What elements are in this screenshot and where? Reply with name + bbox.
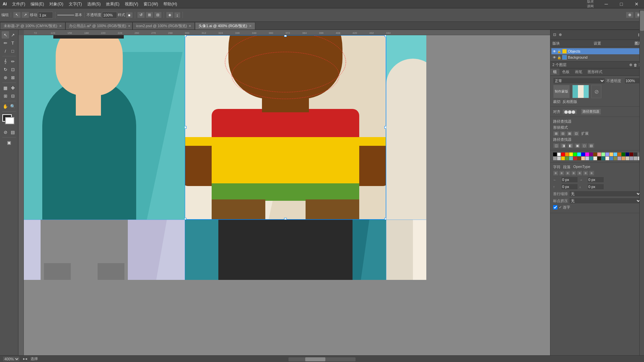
selection-tool[interactable]: ↖ xyxy=(2,31,9,39)
zoom-tool[interactable]: 🔍 xyxy=(9,103,16,110)
swatch-blue[interactable] xyxy=(581,153,585,156)
menu-window[interactable]: 窗口(W) xyxy=(141,1,161,7)
swatch-pink[interactable] xyxy=(597,153,601,156)
swatch-red[interactable] xyxy=(561,153,565,156)
make-mask-btn[interactable]: 制作蒙版 xyxy=(553,85,570,98)
menu-object[interactable]: 对象(O) xyxy=(47,1,66,7)
menu-text[interactable]: 文字(T) xyxy=(66,1,85,7)
expand-pathfinder-btn[interactable]: 扩展 xyxy=(580,131,590,136)
swatch-light-green[interactable] xyxy=(601,153,605,156)
style-btn[interactable]: ■ xyxy=(126,12,133,18)
align-text-center[interactable]: ≡ xyxy=(559,171,565,176)
tab-3[interactable]: 头像1.ai @ 400% (RGB/预览) ✕ xyxy=(195,22,255,29)
swatch-peach[interactable] xyxy=(609,153,613,156)
menu-select[interactable]: 选择(S) xyxy=(85,1,103,7)
rotate-tool[interactable]: ↻ xyxy=(2,66,9,73)
canvas-viewport[interactable] xyxy=(24,35,550,355)
move-input[interactable] xyxy=(38,12,53,18)
minus-front-btn[interactable]: ⊟ xyxy=(560,131,566,136)
width-tool[interactable]: ⊠ xyxy=(9,74,16,81)
pencil-tool[interactable]: ✏ xyxy=(9,58,16,65)
tab-0[interactable]: 未标题-3* @ 100% (CMYK/预览) ✕ xyxy=(0,22,65,29)
align-text-all[interactable]: ≡ xyxy=(589,171,594,176)
pen-tool[interactable]: ✏ xyxy=(2,39,9,47)
swatch-cream[interactable] xyxy=(593,157,597,160)
swatch-mauve[interactable] xyxy=(618,157,621,160)
swatch-magenta[interactable] xyxy=(585,153,589,156)
align-text-justify[interactable]: ≡ xyxy=(571,171,577,176)
right-scrollbar[interactable] xyxy=(639,10,644,362)
draw-mode-btn[interactable]: ▣ xyxy=(2,139,16,146)
tab-close-0[interactable]: ✕ xyxy=(59,24,62,28)
swatch-brown2[interactable] xyxy=(577,157,581,160)
zoom-select[interactable]: 400% 200% 100% 50% xyxy=(3,356,20,362)
swatch-dark-teal[interactable] xyxy=(589,157,593,160)
swatch-sky[interactable] xyxy=(613,153,617,156)
swatch-olive[interactable] xyxy=(565,157,569,160)
swatch-tan[interactable] xyxy=(622,157,625,160)
h-scroll-thumb[interactable] xyxy=(305,357,325,361)
swatch-cornblue[interactable] xyxy=(609,157,613,160)
space-before-input[interactable] xyxy=(561,184,578,190)
path-finder-btn[interactable]: 路径查找器 xyxy=(581,109,601,115)
line-tool[interactable]: / xyxy=(2,47,9,55)
swatch-yellow2[interactable] xyxy=(561,157,565,160)
layer-objects-row[interactable]: 👁 🔒 Objects xyxy=(551,48,643,54)
menu-file[interactable]: 文件(F) xyxy=(9,1,28,7)
transform-btn[interactable]: ⊞ xyxy=(146,12,153,18)
swatch-olive2[interactable] xyxy=(613,157,617,160)
swatch-dark-teal2[interactable] xyxy=(601,157,605,160)
menu-effect[interactable]: 效果(E) xyxy=(103,1,122,7)
layers-add-btn[interactable]: ⊕ xyxy=(629,63,632,67)
tab-2[interactable]: icon2.psd @ 100% (RGB/预览) ✕ xyxy=(132,22,195,29)
swatch-light-blue[interactable] xyxy=(605,153,609,156)
right-icon-1[interactable]: ⊡ xyxy=(553,33,556,37)
slice-tool[interactable]: ⊟ xyxy=(9,92,16,100)
direct-selection-tool[interactable]: ↗ xyxy=(9,31,16,39)
merge-btn[interactable]: ◧ xyxy=(567,143,574,148)
layer-visibility-icon-2[interactable]: 👁 xyxy=(553,56,556,59)
swatch-green[interactable] xyxy=(573,153,577,156)
align-btn[interactable]: ⊟ xyxy=(154,12,162,18)
swatch-orange[interactable] xyxy=(565,153,569,156)
refresh-btn[interactable]: ↺ xyxy=(137,12,145,18)
indent-right-input[interactable] xyxy=(587,177,604,183)
hand-tool[interactable]: ✋ xyxy=(2,103,9,110)
ligature-checkbox[interactable] xyxy=(553,205,557,209)
direct-select-btn[interactable]: ↗ xyxy=(21,12,29,18)
tab-1[interactable]: 办公用品1.ai* @ 100% (RGB/预览) ✕ xyxy=(65,22,132,29)
swatch-slate[interactable] xyxy=(630,157,633,160)
minus-back-btn[interactable]: ▤ xyxy=(588,143,594,148)
align-text-justify3[interactable]: ≡ xyxy=(583,171,588,176)
swatch-yellow[interactable] xyxy=(569,153,573,156)
tab-close-2[interactable]: ✕ xyxy=(189,24,191,28)
zoom-arrows[interactable]: ▸◂ xyxy=(23,357,27,361)
layer-background-row[interactable]: 👁 🔒 Background xyxy=(551,54,643,60)
select-tool-btn[interactable]: ↖ xyxy=(13,12,21,18)
swatch-black[interactable] xyxy=(553,153,557,156)
fill-color-box[interactable] xyxy=(5,117,14,124)
swatch-medgray[interactable] xyxy=(553,157,557,160)
unite-btn[interactable]: ⊞ xyxy=(553,131,559,136)
layer-lock-icon[interactable]: 🔒 xyxy=(557,50,561,53)
swatch-silver[interactable] xyxy=(634,157,637,160)
minimize-button[interactable]: ─ xyxy=(599,0,614,8)
swatch-dark-red[interactable] xyxy=(630,153,633,156)
column-graph-tool[interactable]: ▦ xyxy=(2,84,9,92)
tab-seban[interactable]: 色板 xyxy=(559,68,572,75)
symbol-tool[interactable]: ✤ xyxy=(9,84,16,92)
opacity-input[interactable] xyxy=(102,12,117,18)
swatch-skin[interactable] xyxy=(581,157,585,160)
swatch-khaki[interactable] xyxy=(626,157,629,160)
artboard-tool[interactable]: ⊞ xyxy=(2,92,9,100)
swatch-dark-blue[interactable] xyxy=(626,153,629,156)
menu-edit[interactable]: 编辑(E) xyxy=(28,1,47,7)
align-left-btn[interactable]: ⬤⬤⬤ xyxy=(562,109,577,114)
blending-mode-select[interactable]: 正常 xyxy=(553,78,605,84)
menu-help[interactable]: 帮助(H) xyxy=(161,1,180,7)
intersect-btn[interactable]: ⊠ xyxy=(567,131,573,136)
indent-left-input[interactable] xyxy=(561,177,578,183)
outline-btn[interactable]: ◻ xyxy=(581,143,587,148)
rect-tool[interactable]: □ xyxy=(9,47,16,55)
mask-preview-box[interactable]: ⊘ xyxy=(591,85,601,98)
